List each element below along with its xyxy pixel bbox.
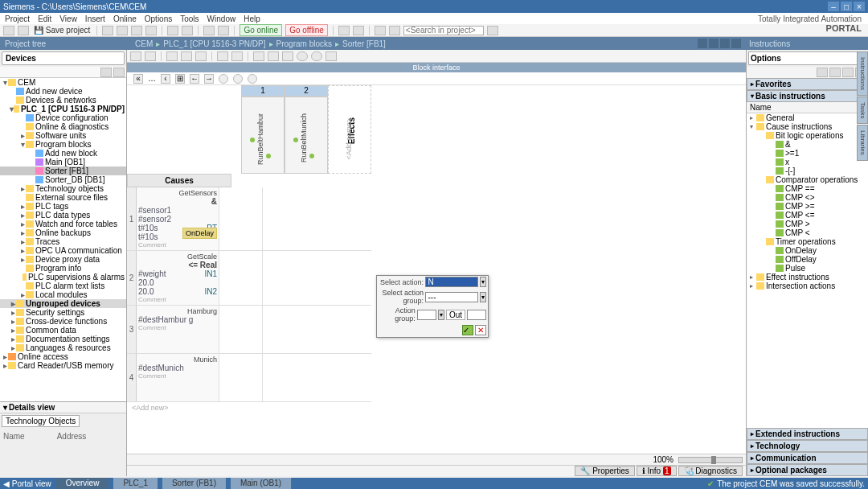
go-offline-button[interactable]: Go offline [285, 24, 328, 36]
tree-node-10[interactable]: Sorter [FB1] [0, 166, 126, 175]
effect-col-body-1[interactable]: RunBeltMunich [285, 97, 328, 174]
cause-row-2[interactable]: 3Hamburg#destHambur gComment [127, 306, 371, 354]
section-basic[interactable]: ▾Basic instructions [747, 90, 868, 102]
tree-node-7[interactable]: ▾Program blocks [0, 140, 126, 149]
tree-node-20[interactable]: ▸Device proxy data [0, 255, 126, 264]
select-group-field[interactable]: --- [425, 292, 478, 302]
select-action-dropdown[interactable]: ▾ [480, 277, 486, 287]
menu-online[interactable]: Online [113, 14, 137, 23]
inst-node-1[interactable]: ▾Cause instructions [747, 122, 868, 131]
tree-node-19[interactable]: ▸OPC UA communication [0, 246, 126, 255]
inst-node-11[interactable]: CMP <= [747, 211, 868, 220]
tree-node-22[interactable]: PLC supervisions & alarms [0, 273, 126, 281]
delete-icon[interactable] [145, 26, 157, 35]
tree-node-18[interactable]: ▸Traces [0, 237, 126, 246]
nav-c2[interactable] [233, 74, 243, 84]
tree-node-5[interactable]: Online & diagnostics [0, 122, 126, 131]
block-interface-header[interactable]: Block interface [127, 63, 746, 72]
vtab-tasks[interactable]: Tasks [857, 97, 868, 124]
tree-node-21[interactable]: Program info [0, 264, 126, 273]
search-input[interactable] [403, 26, 484, 35]
portal-tab-plc[interactable]: PLC_1 [113, 478, 158, 489]
menu-view[interactable]: View [59, 14, 77, 23]
tree-node-6[interactable]: ▸Software units [0, 131, 126, 140]
nav-c3[interactable] [248, 74, 257, 84]
nav-first[interactable]: « [133, 74, 143, 84]
editor-minimize-icon[interactable] [698, 39, 707, 48]
et-icon-3[interactable] [166, 51, 178, 61]
save-project-button[interactable]: 💾 Save project [32, 26, 92, 35]
inst-node-13[interactable]: CMP < [747, 228, 868, 237]
nav-right[interactable]: → [204, 74, 214, 84]
vtab-libraries[interactable]: Libraries [857, 125, 868, 161]
chevron-down-icon[interactable]: ▾ [3, 403, 7, 412]
tree-node-1[interactable]: Add new device [0, 87, 126, 96]
crumb-cem[interactable]: CEM [135, 39, 153, 48]
zoom-slider[interactable] [678, 457, 743, 463]
nav-split[interactable]: ⊞ [175, 74, 185, 84]
et-icon-7[interactable] [231, 51, 243, 61]
effect-col-num-0[interactable]: 1 [241, 85, 285, 97]
cross-ref-icon[interactable] [375, 26, 386, 35]
tree-node-26[interactable]: ▸Security settings [0, 308, 126, 317]
action-group-field[interactable] [417, 310, 436, 320]
et-icon-5[interactable] [195, 51, 207, 61]
cause-row-1[interactable]: 2GetScale<= Real#weightIN120.020.0IN2Com… [127, 251, 371, 306]
go-online-button[interactable]: Go online [240, 24, 282, 36]
tree-node-24[interactable]: ▸Local modules [0, 290, 126, 299]
tree-node-14[interactable]: ▸PLC tags [0, 202, 126, 211]
inst-node-14[interactable]: Timer operations [747, 237, 868, 246]
menu-options[interactable]: Options [145, 14, 172, 23]
crumb-blocks[interactable]: Program blocks [276, 39, 332, 48]
tree-node-30[interactable]: ▸Languages & resources [0, 343, 126, 352]
effect-col-num-1[interactable]: 2 [285, 85, 328, 97]
split-icon[interactable] [389, 26, 400, 35]
start-cpu-icon[interactable] [338, 26, 350, 35]
opt-icon-1[interactable] [817, 68, 828, 77]
section-optional[interactable]: ▸Optional packages [747, 464, 868, 476]
tab-diagnostics[interactable]: 🩺 Diagnostics [678, 466, 743, 476]
cem-matrix[interactable]: Effects 1RunBeltHambur2RunBeltMunich <Ad… [127, 85, 746, 454]
tree-node-11[interactable]: Sorter_DB [DB1] [0, 175, 126, 184]
maximize-button[interactable]: □ [841, 2, 852, 11]
stop-cpu-icon[interactable] [353, 26, 364, 35]
paste-icon[interactable] [131, 26, 142, 35]
tree-node-4[interactable]: Device configuration [0, 113, 126, 122]
et-icon-11[interactable] [297, 51, 308, 61]
nav-left[interactable]: ← [190, 74, 199, 84]
et-icon-10[interactable] [282, 51, 293, 61]
section-communication[interactable]: ▸Communication [747, 452, 868, 464]
crumb-plc[interactable]: PLC_1 [CPU 1516-3 PN/DP] [163, 39, 265, 48]
portal-view-button[interactable]: ◀ Portal view [3, 479, 51, 488]
inst-node-12[interactable]: CMP > [747, 220, 868, 228]
inst-node-19[interactable]: ▸Intersection actions [747, 281, 868, 290]
tab-info[interactable]: ℹ Info 1 [637, 466, 677, 476]
menu-edit[interactable]: Edit [38, 14, 51, 23]
cause-row-0[interactable]: 1GetSensors&#sensor1#sensor2t#10sPTt#10s… [127, 187, 371, 251]
effect-col-body-0[interactable]: RunBeltHambur [241, 97, 285, 174]
menu-tools[interactable]: Tools [180, 14, 199, 23]
tree-node-28[interactable]: ▸Common data [0, 326, 126, 335]
portal-tab-sorter[interactable]: Sorter (FB1) [162, 478, 226, 489]
open-project-icon[interactable] [18, 26, 29, 35]
opt-icon-2[interactable] [829, 68, 841, 77]
project-tree[interactable]: ▾CEMAdd new deviceDevices & networks▾PLC… [0, 78, 126, 401]
select-action-field[interactable]: N [425, 277, 478, 287]
tab-properties[interactable]: 🔧 Properties [575, 466, 634, 476]
redo-icon[interactable] [182, 26, 193, 35]
tree-node-16[interactable]: ▸Watch and force tables [0, 220, 126, 228]
popup-cancel-button[interactable]: ✕ [475, 325, 486, 335]
minimize-button[interactable]: – [828, 2, 839, 11]
tree-node-12[interactable]: ▸Technology objects [0, 184, 126, 193]
tree-node-0[interactable]: ▾CEM [0, 78, 126, 87]
out-field[interactable] [467, 310, 486, 320]
crumb-sorter[interactable]: Sorter [FB1] [342, 39, 386, 48]
tree-node-32[interactable]: ▸Card Reader/USB memory [0, 361, 126, 370]
add-new-cause[interactable]: <Add new> [127, 402, 371, 413]
cut-icon[interactable] [102, 26, 113, 35]
nav-prev[interactable]: ‹ [161, 74, 170, 84]
inst-node-16[interactable]: OffDelay [747, 255, 868, 264]
popup-ok-button[interactable]: ✓ [462, 325, 473, 335]
tree-node-13[interactable]: External source files [0, 193, 126, 202]
cause-row-3[interactable]: 4Munich#destMunichComment [127, 354, 371, 402]
